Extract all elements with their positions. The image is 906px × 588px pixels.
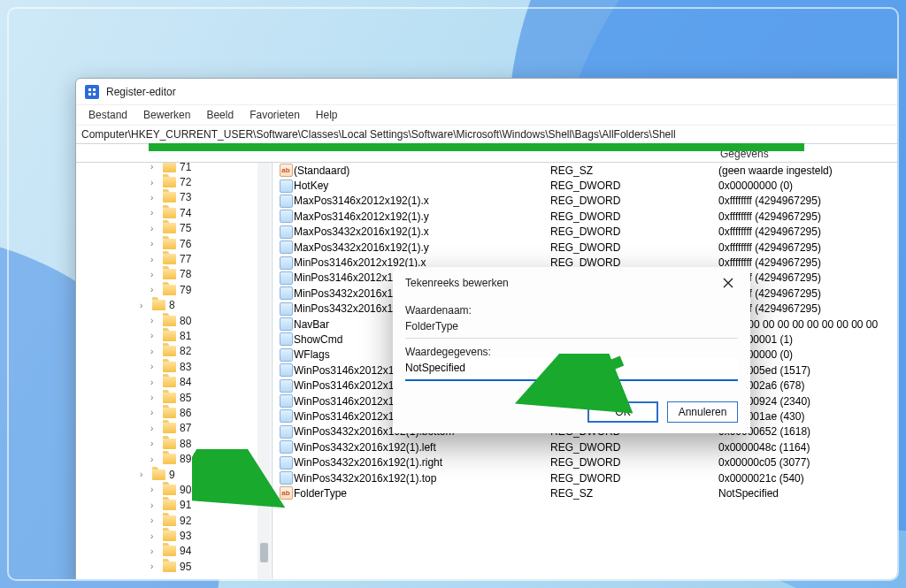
tree-item[interactable]: ›78 — [76, 267, 272, 282]
chevron-right-icon[interactable]: › — [140, 470, 149, 479]
value-type: REG_DWORD — [550, 210, 718, 223]
chevron-right-icon[interactable]: › — [150, 454, 159, 464]
folder-icon — [163, 485, 176, 495]
ok-button[interactable]: OK — [587, 401, 658, 423]
tree-item[interactable]: ›77 — [76, 251, 272, 266]
tree-item[interactable]: ›84 — [76, 374, 272, 389]
titlebar[interactable]: Register-editor — [76, 79, 899, 105]
tree-item[interactable]: ›94 — [76, 544, 272, 559]
value-row[interactable]: HotKeyREG_DWORD0x00000000 (0) — [273, 178, 899, 193]
folder-icon — [163, 561, 176, 572]
chevron-right-icon[interactable]: › — [150, 546, 159, 556]
menu-beeld[interactable]: Beeld — [199, 107, 241, 123]
tree-item[interactable]: ›79 — [76, 282, 272, 297]
chevron-right-icon[interactable]: › — [150, 500, 159, 510]
chevron-right-icon[interactable]: › — [150, 178, 159, 187]
chevron-right-icon[interactable]: › — [150, 362, 159, 371]
tree-item[interactable]: ›76 — [76, 236, 272, 251]
tree-item[interactable]: ›83 — [76, 359, 272, 374]
value-row[interactable]: MaxPos3432x2016x192(1).yREG_DWORD0xfffff… — [273, 240, 899, 255]
folder-icon — [163, 316, 176, 326]
folder-icon — [163, 346, 176, 356]
value-row[interactable]: WinPos3432x2016x192(1).leftREG_DWORD0x00… — [273, 439, 899, 454]
chevron-right-icon[interactable]: › — [150, 515, 159, 525]
chevron-right-icon[interactable]: › — [150, 239, 159, 248]
tree-item-label: 76 — [180, 238, 191, 250]
chevron-right-icon[interactable]: › — [150, 424, 159, 433]
chevron-right-icon[interactable]: › — [150, 255, 159, 264]
tree-item[interactable]: ›88 — [76, 436, 272, 451]
folder-icon — [163, 454, 176, 464]
tree-item[interactable]: ›80 — [76, 313, 272, 328]
menu-bewerken[interactable]: Bewerken — [136, 107, 197, 123]
value-row[interactable]: abFolderTypeREG_SZNotSpecified — [273, 485, 899, 500]
tree-item[interactable]: ›73 — [76, 190, 272, 205]
chevron-right-icon[interactable]: › — [150, 347, 159, 356]
window-title: Register-editor — [106, 86, 176, 98]
tree-item[interactable]: ›95 — [76, 559, 272, 574]
chevron-right-icon[interactable]: › — [150, 163, 159, 172]
chevron-right-icon[interactable]: › — [150, 193, 159, 202]
value-row[interactable]: ab(Standaard)REG_SZ(geen waarde ingestel… — [273, 163, 899, 178]
chevron-right-icon[interactable]: › — [150, 531, 159, 541]
pane-splitter[interactable] — [273, 163, 273, 581]
tree-item-label: 73 — [180, 191, 191, 203]
tree-item[interactable]: ›92 — [76, 513, 272, 528]
tree-item-label: 87 — [180, 422, 191, 434]
value-name: WinPos3432x2016x192(1).right — [294, 456, 550, 469]
tree-item[interactable]: ›91 — [76, 498, 272, 513]
regedit-icon — [85, 85, 99, 99]
cancel-button[interactable]: Annuleren — [667, 401, 738, 423]
chevron-right-icon[interactable]: › — [150, 485, 159, 494]
chevron-right-icon[interactable]: › — [150, 208, 159, 218]
value-row[interactable]: WinPos3432x2016x192(1).topREG_DWORD0x000… — [273, 470, 899, 485]
chevron-right-icon[interactable]: › — [150, 408, 159, 417]
chevron-right-icon[interactable]: › — [150, 270, 159, 279]
tree-item[interactable]: ›81 — [76, 328, 272, 343]
chevron-right-icon[interactable]: › — [150, 331, 159, 340]
dword-value-icon — [280, 425, 293, 439]
value-name: WinPos3432x2016x192(1).left — [294, 441, 550, 454]
dword-value-icon — [280, 195, 293, 208]
chevron-right-icon[interactable]: › — [150, 393, 159, 402]
tree-item[interactable]: ›90 — [76, 482, 272, 497]
tree-item[interactable]: ›86 — [76, 405, 272, 420]
value-row[interactable]: MaxPos3432x2016x192(1).xREG_DWORD0xfffff… — [273, 225, 899, 240]
tree-item[interactable]: ›72 — [76, 174, 272, 189]
tree-item[interactable]: ›87 — [76, 421, 272, 436]
menu-favorieten[interactable]: Favorieten — [242, 107, 307, 123]
value-row[interactable]: MaxPos3146x2012x192(1).yREG_DWORD0xfffff… — [273, 209, 899, 224]
tree-item[interactable]: ›74 — [76, 205, 272, 220]
dword-value-icon — [280, 256, 293, 270]
tree-item[interactable]: ›89 — [76, 451, 272, 466]
tree-scrollbar-thumb[interactable] — [260, 543, 268, 562]
tree-item[interactable]: ›71 — [76, 163, 272, 174]
menu-help[interactable]: Help — [309, 107, 345, 123]
value-data-input[interactable] — [405, 358, 738, 381]
tree-item[interactable]: ›85 — [76, 390, 272, 405]
edit-string-dialog: Tekenreeks bewerken Waardenaam: FolderTy… — [393, 267, 750, 433]
chevron-right-icon[interactable]: › — [150, 439, 159, 448]
tree-pane[interactable]: ›71›72›73›74›75›76›77›78›79›8›80›81›82›8… — [76, 163, 273, 581]
value-row[interactable]: MaxPos3146x2012x192(1).xREG_DWORD0xfffff… — [273, 194, 899, 209]
chevron-right-icon[interactable]: › — [150, 224, 159, 233]
tree-scrollbar[interactable] — [257, 163, 271, 581]
chevron-right-icon[interactable]: › — [150, 378, 159, 387]
chevron-right-icon[interactable]: › — [150, 285, 159, 294]
tree-item[interactable]: ›8 — [76, 298, 272, 313]
close-icon[interactable] — [715, 274, 741, 292]
tree-item[interactable]: ›75 — [76, 221, 272, 236]
address-bar[interactable]: Computer\HKEY_CURRENT_USER\Software\Clas… — [76, 125, 899, 144]
menu-bestand[interactable]: Bestand — [81, 107, 134, 123]
dword-value-icon — [280, 363, 293, 377]
chevron-right-icon[interactable]: › — [150, 316, 159, 325]
tree-item-label: 90 — [180, 484, 191, 496]
tree-item[interactable]: ›82 — [76, 344, 272, 359]
value-row[interactable]: WinPos3432x2016x192(1).rightREG_DWORD0x0… — [273, 454, 899, 470]
tree-item[interactable]: ›9 — [76, 467, 272, 482]
chevron-right-icon[interactable]: › — [150, 561, 159, 571]
folder-icon — [152, 470, 165, 480]
tree-item[interactable]: ›93 — [76, 528, 272, 543]
chevron-right-icon[interactable]: › — [140, 301, 149, 310]
tree-item-label: 71 — [180, 163, 191, 173]
